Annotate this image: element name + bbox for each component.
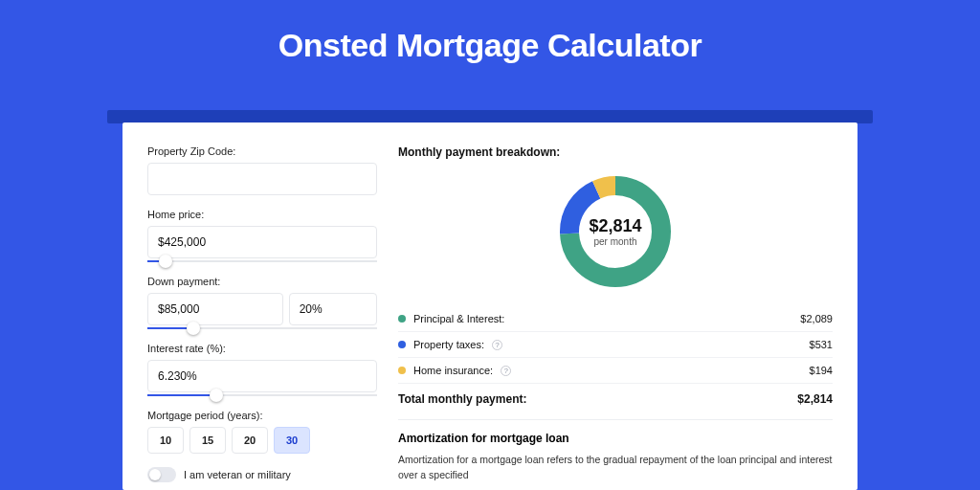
legend-dot-icon	[398, 315, 406, 323]
home-price-field: Home price:	[147, 209, 377, 262]
card-shadow	[107, 110, 873, 123]
home-price-label: Home price:	[147, 209, 377, 220]
veteran-label: I am veteran or military	[184, 469, 291, 480]
period-option-20[interactable]: 20	[232, 427, 268, 454]
info-icon[interactable]: ?	[501, 366, 511, 376]
legend-dot-icon	[398, 367, 406, 374]
down-payment-amount-input[interactable]	[147, 293, 283, 325]
zip-field: Property Zip Code:	[147, 145, 377, 195]
amortization-title: Amortization for mortgage loan	[398, 432, 833, 445]
period-option-10[interactable]: 10	[147, 427, 184, 454]
zip-label: Property Zip Code:	[147, 145, 377, 157]
period-label: Mortgage period (years):	[147, 410, 377, 421]
period-options: 10 15 20 30	[147, 427, 377, 454]
period-option-30[interactable]: 30	[274, 427, 310, 454]
legend-value: $194	[810, 365, 833, 376]
interest-rate-slider[interactable]	[147, 394, 377, 396]
down-payment-field: Down payment:	[147, 276, 377, 329]
legend-dot-icon	[398, 341, 406, 348]
slider-thumb[interactable]	[187, 322, 200, 335]
zip-input[interactable]	[147, 163, 377, 195]
slider-thumb[interactable]	[210, 389, 223, 402]
amortization-text: Amortization for a mortgage loan refers …	[398, 453, 833, 483]
breakdown-title: Monthly payment breakdown:	[398, 145, 833, 159]
total-value: $2,814	[797, 392, 833, 406]
home-price-slider[interactable]	[147, 260, 377, 262]
donut-chart-wrap: $2,814 per month	[398, 168, 833, 306]
legend-row-taxes: Property taxes: ? $531	[398, 332, 833, 358]
breakdown-column: Monthly payment breakdown: $2,814 per mo…	[398, 145, 833, 490]
donut-center: $2,814 per month	[556, 172, 675, 291]
down-payment-label: Down payment:	[147, 276, 377, 287]
period-option-15[interactable]: 15	[189, 427, 226, 454]
donut-amount: $2,814	[589, 216, 641, 236]
donut-sub: per month	[593, 236, 636, 247]
section-divider	[398, 419, 833, 420]
down-payment-percent-input[interactable]	[289, 293, 377, 325]
legend-row-insurance: Home insurance: ? $194	[398, 358, 833, 384]
page-title: Onsted Mortgage Calculator	[0, 0, 980, 79]
home-price-input[interactable]	[147, 226, 377, 258]
total-label: Total monthly payment:	[398, 392, 526, 406]
legend-row-pi: Principal & Interest: $2,089	[398, 306, 833, 332]
legend-value: $531	[810, 339, 833, 350]
slider-thumb[interactable]	[159, 255, 172, 268]
veteran-toggle[interactable]	[147, 467, 176, 482]
calculator-card: Property Zip Code: Home price: Down paym…	[122, 122, 858, 490]
inputs-column: Property Zip Code: Home price: Down paym…	[147, 145, 377, 490]
interest-rate-field: Interest rate (%):	[147, 343, 377, 396]
interest-rate-input[interactable]	[147, 360, 377, 392]
legend-value: $2,089	[800, 313, 833, 324]
legend-label: Home insurance:	[413, 365, 493, 376]
total-row: Total monthly payment: $2,814	[398, 384, 833, 419]
interest-rate-label: Interest rate (%):	[147, 343, 377, 354]
veteran-row: I am veteran or military	[147, 467, 377, 482]
info-icon[interactable]: ?	[492, 340, 502, 350]
period-field: Mortgage period (years): 10 15 20 30	[147, 410, 377, 454]
donut-chart: $2,814 per month	[556, 172, 675, 291]
legend-label: Property taxes:	[413, 339, 484, 350]
legend-label: Principal & Interest:	[413, 313, 504, 324]
down-payment-slider[interactable]	[147, 327, 377, 329]
slider-fill	[147, 394, 216, 396]
